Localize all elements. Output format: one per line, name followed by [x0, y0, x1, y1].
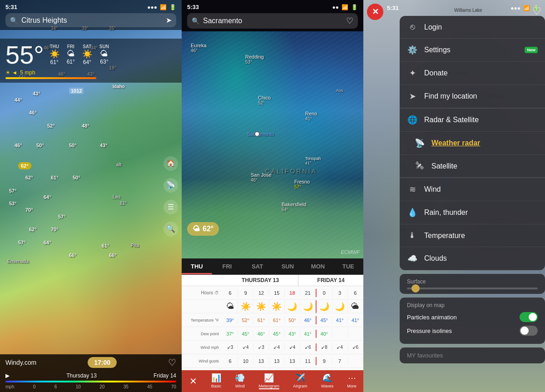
location-icon: ➤ [407, 91, 418, 101]
map-city-chico: Chico52° [258, 95, 271, 105]
gusts-label: Wind gusts [182, 357, 223, 365]
wind-icon: 💨 [235, 373, 245, 383]
p2-favorite-button[interactable]: ♡ [346, 16, 353, 26]
menu-radar-satellite[interactable]: 🌐 Radar & Satellite [400, 109, 545, 132]
play-button[interactable]: ▶ [5, 372, 10, 379]
my-favourites-button[interactable]: MY favourites [400, 347, 545, 363]
tab-mon[interactable]: MON [303, 258, 333, 274]
gusts-content: 6 10 13 13 13 11 9 7 [223, 357, 363, 365]
menu-clouds[interactable]: ☁️ Clouds [400, 247, 545, 270]
nav-airgram[interactable]: ✈️ Airgram [293, 373, 307, 389]
favorite-button[interactable]: ♡ [168, 357, 176, 368]
nav-basic[interactable]: 📊 Basic [211, 373, 221, 389]
surface-slider-thumb[interactable] [411, 284, 420, 293]
menu-rain[interactable]: 💧 Rain, thunder [400, 201, 545, 224]
hour-9: 9 [238, 289, 253, 297]
menu-weather-radar[interactable]: 📡 Weather radar [400, 132, 545, 155]
dew-9: 45° [238, 330, 253, 338]
temperature-label: Temperature [424, 232, 538, 240]
icon-9: ☀️ [238, 300, 253, 313]
gust-6: 6 [223, 357, 238, 365]
findlocation-label: Find my location [424, 92, 538, 100]
my-fav-label: MY favourites [407, 352, 443, 359]
panel-menu: Williams Lake Vancouver Seattle Portland… [363, 0, 545, 392]
surface-slider-track[interactable] [407, 288, 538, 289]
p2-search-bar[interactable]: 🔍 Sacramento ♡ [187, 13, 358, 29]
menu-temperature[interactable]: 🌡 Temperature [400, 224, 545, 247]
p2-nav-items: 📊 Basic 💨 Wind 📈 Meteogram ✈️ Airgram 🌊 … [204, 373, 363, 389]
gust-3: 7 [332, 357, 348, 365]
p2-search-icon: 🔍 [192, 17, 199, 25]
p1-search-bar[interactable]: 🔍 Citrus Heights ➤ [5, 13, 176, 27]
battery-icon: 🔋 [169, 4, 176, 10]
wind-menu-label: Wind [424, 185, 538, 194]
satellite-label: Satellite [431, 162, 538, 170]
p2-city-name: Sacramento [203, 17, 242, 25]
nav-more[interactable]: ⋯ More [347, 373, 357, 389]
menu-donate[interactable]: ✦ Donate [400, 62, 545, 85]
dew-15: 45° [269, 330, 285, 338]
p3-heart-icon[interactable]: ♡ [532, 5, 541, 17]
search-map-button[interactable]: 🔍 [164, 222, 178, 236]
gust-15: 13 [269, 357, 285, 365]
temp-21: 46° [300, 316, 316, 324]
panel-citrus-heights: 44° 43° 48° 43° 19° 44° 46° 52° 48° 46° … [0, 0, 182, 392]
tab-tue[interactable]: TUE [333, 258, 363, 274]
dew-12: 46° [253, 330, 269, 338]
particles-label: Particles animation [407, 314, 457, 321]
hourly-forecast-table: THURSDAY 13 FRIDAY 14 Hours ⏱ 6 9 12 15 … [182, 275, 363, 370]
icons-row: 🌤 ☀️ ☀️ ☀️ 🌙 🌙 🌙 🌙 🌥 [182, 300, 363, 313]
weather-temp-bubble: 🌤 62° [187, 222, 219, 236]
tab-fri[interactable]: FRI [212, 258, 243, 274]
menu-button[interactable]: ☰ [164, 200, 178, 214]
dew-18: 43° [285, 330, 300, 338]
status-bar: 5:31 ●●● 📶 🔋 [5, 4, 176, 10]
rain-icon: 💧 [407, 208, 418, 218]
p2-nav-close-button[interactable]: ✕ [182, 372, 204, 390]
hour-12: 12 [253, 289, 269, 297]
wind-18: ↙4 [285, 343, 300, 351]
nav-wind[interactable]: 💨 Wind [235, 373, 245, 389]
menu-satellite[interactable]: 🛰 Satellite [400, 155, 545, 178]
map-city-tonopah: Tonopah41° [305, 156, 321, 165]
home-button[interactable]: 🏠 [164, 156, 178, 171]
airgram-icon: ✈️ [295, 373, 305, 383]
p2-bottom-nav: ✕ 📊 Basic 💨 Wind 📈 Meteogram ✈️ Airgram … [182, 370, 363, 392]
icon-18: 🌙 [285, 300, 300, 313]
layers-button[interactable]: 📡 [164, 178, 178, 193]
speed-6: 6 [54, 384, 57, 389]
time-badge[interactable]: 17:00 [88, 357, 117, 368]
temp-6d: 41° [348, 316, 363, 324]
pressure-toggle[interactable] [520, 326, 538, 336]
tab-sat[interactable]: SAT [242, 258, 272, 274]
display-label: Display on map [407, 302, 538, 308]
menu-login[interactable]: ⎋ Login [400, 16, 545, 39]
radar-map[interactable]: Eureka46° Redding53° Chico52° Reno41° Au… [182, 31, 363, 258]
dewpoint-label: Dew point [182, 330, 223, 338]
icon-6c: 🌥 [348, 300, 363, 313]
menu-wind[interactable]: ≋ Wind [400, 178, 545, 201]
meteogram-icon: 📈 [264, 373, 274, 383]
login-icon: ⎋ [407, 22, 418, 32]
map-city-california: CALIFORNIA [265, 168, 317, 175]
ecmwf-badge: ECMWF [341, 249, 360, 255]
temp-9: 52° [238, 316, 253, 324]
hour-6: 6 [223, 289, 238, 297]
weather-radar-label: Weather radar [431, 139, 538, 147]
speed-0: 0 [33, 384, 36, 389]
tab-sun[interactable]: SUN [272, 258, 303, 274]
tab-thu[interactable]: THU [182, 258, 212, 274]
nav-waves[interactable]: 🌊 Waves [321, 373, 333, 389]
speed-70: 70 [171, 384, 176, 389]
menu-findlocation[interactable]: ➤ Find my location [400, 85, 545, 108]
temp-18: 50° [285, 316, 300, 324]
wind-row: Wind mph ↙3 ↙4 ↙3 ↙4 ↙4 ↙6 ↙8 ↙4 ↙6 [182, 341, 363, 354]
temp-row: 55° THU ☀️ 61° FRI 🌤 61° SAT ☀️ 64° [5, 42, 176, 68]
settings-label: Settings [424, 46, 516, 54]
nav-meteogram[interactable]: 📈 Meteogram [259, 373, 280, 389]
particles-toggle[interactable] [520, 312, 538, 322]
temperature-icon: 🌡 [407, 231, 418, 240]
menu-settings[interactable]: ⚙️ Settings New [400, 39, 545, 62]
thursday-header: THURSDAY 13 [223, 275, 298, 286]
dew-0: 40° [316, 330, 332, 338]
